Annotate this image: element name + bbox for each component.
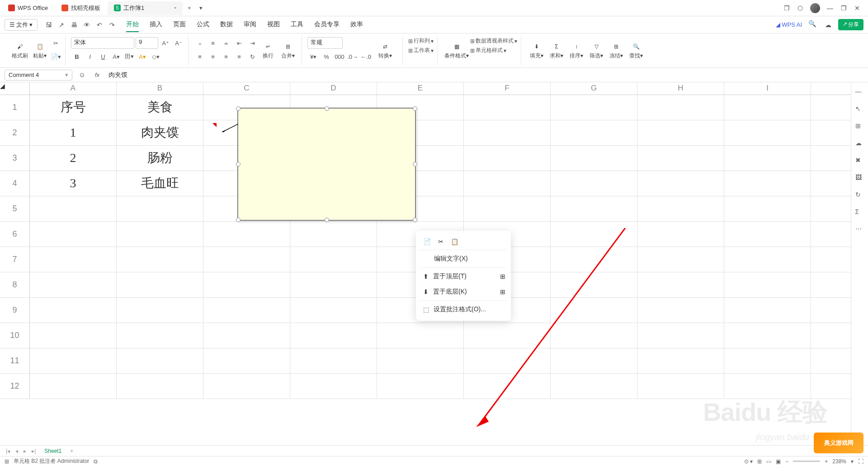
layout-icon[interactable]: ⊞: [5, 458, 9, 465]
copy-icon[interactable]: 📄▾: [50, 51, 61, 62]
undo-icon[interactable]: ↶: [94, 20, 104, 30]
prev-sheet-icon[interactable]: ◂: [14, 448, 19, 454]
page-view-icon[interactable]: ▭: [766, 458, 771, 465]
thousand-icon[interactable]: 000: [334, 51, 345, 62]
tab-daoketemplate[interactable]: 找稻壳模板: [55, 1, 107, 15]
row-col-button[interactable]: ⊞ 行和列▾: [408, 37, 434, 45]
tab-efficiency[interactable]: 效率: [350, 18, 363, 32]
cloud-icon[interactable]: ☁: [825, 21, 832, 29]
redo-icon[interactable]: ↷: [107, 20, 117, 30]
font-select[interactable]: 宋体: [71, 37, 134, 49]
col-C[interactable]: C: [203, 82, 290, 95]
save-icon[interactable]: 🖫: [44, 20, 54, 30]
share-button[interactable]: ↗ 分享: [838, 19, 863, 30]
cm-format-comment[interactable]: ⬚设置批注格式(O)...: [416, 302, 511, 317]
sheet-tab-1[interactable]: Sheet1: [40, 447, 66, 456]
cancel-fx-icon[interactable]: ⊙: [76, 69, 88, 81]
cell-B3[interactable]: 肠粉: [117, 146, 203, 171]
handle-tr[interactable]: [413, 106, 417, 111]
fullscreen-icon[interactable]: ⛶: [858, 458, 863, 465]
cloud-icon[interactable]: ☁: [855, 139, 864, 148]
freeze-button[interactable]: ⊞冻结▾: [606, 37, 626, 64]
merge-button[interactable]: ⊞合并▾: [278, 37, 298, 64]
cell-B1[interactable]: 美食: [117, 95, 203, 120]
size-select[interactable]: 9: [136, 37, 158, 49]
col-G[interactable]: G: [551, 82, 637, 95]
copy-icon[interactable]: 📄: [423, 238, 431, 245]
minus-icon[interactable]: —: [855, 88, 864, 97]
tab-view[interactable]: 视图: [267, 18, 280, 32]
cell-A1[interactable]: 序号: [30, 95, 117, 120]
comment-box[interactable]: [237, 108, 416, 221]
cm-send-back[interactable]: ⬇置于底层(K)⊞: [416, 284, 511, 300]
name-box[interactable]: Comment 4▾: [5, 70, 72, 81]
history-icon[interactable]: ↻: [855, 191, 864, 200]
bold-button[interactable]: B: [71, 51, 83, 62]
paste-icon[interactable]: 📋: [451, 238, 458, 245]
row-9[interactable]: 9: [0, 298, 30, 323]
number-format-select[interactable]: 常规: [307, 37, 343, 49]
add-sheet-icon[interactable]: +: [69, 448, 75, 454]
more-icon[interactable]: ⋯: [855, 225, 864, 234]
close-button[interactable]: ✕: [854, 5, 861, 12]
grow-font-icon[interactable]: A⁺: [160, 37, 171, 49]
cm-edit-text[interactable]: 编辑文字(X): [416, 251, 511, 266]
wps-ai-button[interactable]: ◢ WPS AI: [776, 21, 802, 28]
row-10[interactable]: 10: [0, 323, 30, 348]
cell-B2[interactable]: 肉夹馍: [117, 120, 203, 145]
worksheet-button[interactable]: ⊞ 工作表▾: [408, 47, 434, 54]
pivot-style-button[interactable]: ⊞ 数据透视表样式▾: [470, 37, 517, 45]
filter-button[interactable]: ▽筛选▾: [586, 37, 606, 64]
row-8[interactable]: 8: [0, 272, 30, 297]
row-7[interactable]: 7: [0, 247, 30, 272]
row-6[interactable]: 6: [0, 222, 30, 247]
zoom-dropdown-icon[interactable]: ▾: [851, 458, 854, 465]
zoom-slider[interactable]: [793, 461, 820, 462]
convert-button[interactable]: ⇄转换▾: [372, 37, 399, 64]
col-E[interactable]: E: [377, 82, 464, 95]
tab-insert[interactable]: 插入: [150, 18, 162, 32]
preview-icon[interactable]: 👁: [82, 20, 92, 30]
col-H[interactable]: H: [637, 82, 724, 95]
cond-format-button[interactable]: ▦条件格式▾: [443, 37, 470, 64]
indent-dec-icon[interactable]: ⇤: [233, 37, 245, 49]
cell-A3[interactable]: 2: [30, 146, 117, 171]
file-menu-button[interactable]: ☰ 文件 ▾: [5, 19, 38, 31]
orient-icon[interactable]: ↻: [246, 51, 258, 62]
panel-icon[interactable]: ⊞: [855, 122, 864, 131]
grid-view-icon[interactable]: ⊞: [757, 458, 762, 465]
tab-formula[interactable]: 公式: [197, 18, 209, 32]
underline-button[interactable]: U: [97, 51, 109, 62]
border-button[interactable]: 田▾: [123, 51, 135, 62]
tab-member[interactable]: 会员专享: [314, 18, 340, 32]
cut-icon[interactable]: ✂: [50, 37, 61, 49]
col-B[interactable]: B: [117, 82, 203, 95]
tools-icon[interactable]: ✖: [855, 157, 864, 166]
handle-mr[interactable]: [413, 162, 417, 166]
row-11[interactable]: 11: [0, 348, 30, 373]
tab-page[interactable]: 页面: [173, 18, 186, 32]
cube-icon[interactable]: ⬡: [797, 5, 804, 12]
fx-icon[interactable]: fx: [91, 69, 103, 81]
format-painter-button[interactable]: 🖌格式刷: [10, 37, 30, 64]
sum-button[interactable]: Σ求和▾: [547, 37, 566, 64]
next-sheet-icon[interactable]: ▸: [22, 448, 28, 454]
minimize-button[interactable]: —: [826, 5, 834, 12]
export-icon[interactable]: ↗: [57, 20, 66, 30]
align-center-icon[interactable]: ≡: [207, 51, 219, 62]
tab-wps-office[interactable]: WPS Office: [2, 1, 54, 15]
align-right-icon[interactable]: ≡: [220, 51, 232, 62]
first-sheet-icon[interactable]: |◂: [5, 448, 11, 454]
highlight-button[interactable]: A▾: [137, 51, 148, 62]
cell-A2[interactable]: 1: [30, 120, 117, 145]
last-sheet-icon[interactable]: ▸|: [30, 448, 37, 454]
tab-tools[interactable]: 工具: [291, 18, 303, 32]
new-tab-button[interactable]: +: [184, 2, 195, 14]
col-I[interactable]: I: [724, 82, 811, 95]
col-F[interactable]: F: [464, 82, 551, 95]
percent-icon[interactable]: %: [321, 51, 332, 62]
col-A[interactable]: A: [30, 82, 117, 95]
photo-icon[interactable]: 🖼: [855, 174, 864, 183]
avatar[interactable]: [810, 3, 820, 13]
cut-icon[interactable]: ✂: [438, 238, 443, 245]
